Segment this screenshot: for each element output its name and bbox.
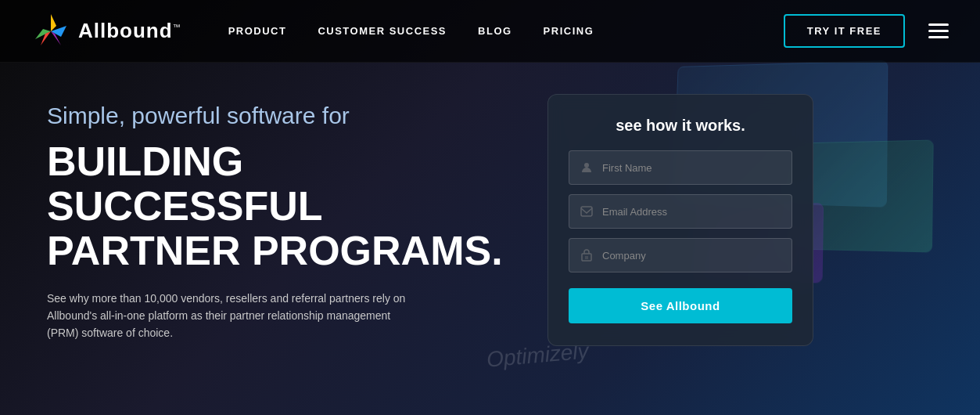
navbar: Allbound™ PRODUCT CUSTOMER SUCCESS BLOG … <box>0 0 980 63</box>
signup-form-card: see how it works. <box>547 94 813 346</box>
hero-title: BUILDING SUCCESSFUL PARTNER PROGRAMS. <box>47 139 516 274</box>
see-allbound-button[interactable]: See Allbound <box>569 288 792 323</box>
hero-tagline: Simple, powerful software for <box>47 102 516 130</box>
nav-links: PRODUCT CUSTOMER SUCCESS BLOG PRICING <box>228 25 784 37</box>
hero-description: See why more than 10,000 vendors, resell… <box>47 290 422 342</box>
person-icon <box>579 160 594 175</box>
logo-star-icon <box>31 12 70 51</box>
hero-content: Simple, powerful software for BUILDING S… <box>47 102 516 342</box>
nav-blog[interactable]: BLOG <box>478 25 512 37</box>
nav-customer-success[interactable]: CUSTOMER SUCCESS <box>318 25 447 37</box>
nav-pricing[interactable]: PRICING <box>544 25 594 37</box>
hamburger-line-3 <box>928 36 949 38</box>
first-name-field <box>569 150 792 185</box>
hamburger-line-1 <box>928 23 949 26</box>
hamburger-menu[interactable] <box>928 23 949 38</box>
company-field <box>569 238 792 272</box>
email-input[interactable] <box>602 206 782 218</box>
first-name-input[interactable] <box>602 162 782 174</box>
hero-section: Simple, powerful software for BUILDING S… <box>0 63 980 370</box>
svg-rect-7 <box>581 207 592 216</box>
form-title: see how it works. <box>569 117 792 135</box>
email-field <box>569 194 792 229</box>
company-input[interactable] <box>602 250 782 262</box>
email-icon <box>579 204 594 219</box>
logo[interactable]: Allbound™ <box>31 12 181 51</box>
brand-name: Allbound™ <box>78 19 181 43</box>
svg-point-6 <box>584 163 589 168</box>
svg-rect-9 <box>585 256 588 259</box>
svg-marker-2 <box>51 14 56 31</box>
hamburger-line-2 <box>928 30 949 32</box>
nav-product[interactable]: PRODUCT <box>228 25 287 37</box>
try-it-free-button[interactable]: TRY IT FREE <box>784 14 905 48</box>
company-icon <box>579 247 594 263</box>
